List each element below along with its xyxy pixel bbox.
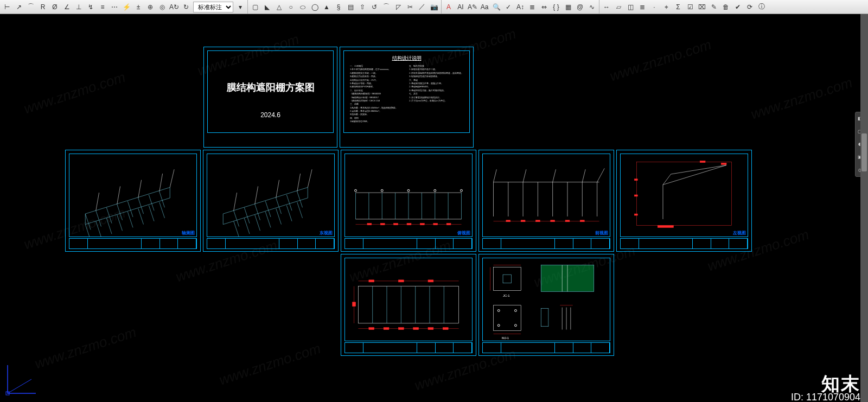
dim-style-manager-button[interactable]: ▾	[235, 2, 246, 12]
drawing-canvas[interactable]: www.znzmo.com www.znzmo.com www.znzmo.co…	[0, 14, 868, 402]
jogged-dim-button[interactable]: ↯	[85, 2, 96, 12]
linear-dim-button[interactable]: ⊢	[2, 2, 12, 12]
svg-rect-112	[443, 328, 448, 330]
justify-text-button[interactable]: ≣	[527, 2, 538, 12]
box-button[interactable]: ▢	[250, 2, 260, 12]
svg-rect-93	[634, 214, 637, 215]
dim-update-button[interactable]: ↻	[181, 2, 192, 12]
helix-button[interactable]: §	[333, 2, 344, 12]
svg-rect-88	[580, 220, 584, 222]
scale-text-button[interactable]: A↕	[515, 2, 526, 12]
sphere-button[interactable]: ○	[285, 2, 296, 12]
svg-line-31	[265, 201, 271, 217]
qselect-button[interactable]: ☑	[685, 2, 695, 12]
text-angle-button[interactable]: A↻	[169, 2, 180, 12]
svg-line-30	[255, 215, 260, 231]
wedge-button[interactable]: ◣	[261, 2, 272, 12]
svg-rect-62	[380, 224, 385, 225]
cone-button[interactable]: △	[273, 2, 284, 12]
svg-rect-114	[369, 280, 374, 282]
svg-line-7	[106, 218, 112, 234]
edit-text-button[interactable]: A✎	[467, 2, 478, 12]
tolerance-button[interactable]: ±	[133, 2, 144, 12]
sheet-top: 俯视图	[341, 150, 476, 252]
watermark: www.znzmo.com	[174, 237, 279, 286]
slice-button[interactable]: ／	[417, 2, 427, 12]
polysolid-button[interactable]: ▤	[345, 2, 356, 12]
id-point-button[interactable]: ·	[649, 2, 660, 12]
svg-line-34	[276, 208, 282, 224]
dist-button[interactable]: ↔	[601, 2, 612, 12]
center-mark-button[interactable]: ⊕	[145, 2, 156, 12]
toolbar-group-inquiry: ↔ ▱ ◫ ≣ · ⌖ Σ ☑ ⌧ ✎ 🗑 ✔ ⟳ ⓘ	[599, 0, 769, 14]
spline-button[interactable]: ∿	[586, 2, 597, 12]
svg-line-13	[138, 208, 144, 224]
angular-dim-button[interactable]: ∠	[61, 2, 72, 12]
attribute-button[interactable]: @	[575, 2, 585, 12]
svg-rect-132	[541, 309, 548, 327]
text-style-button[interactable]: Aa	[479, 2, 490, 12]
ordinate-dim-button[interactable]: ⊥	[73, 2, 84, 12]
svg-line-33	[276, 198, 282, 214]
align-text-button[interactable]: ⇔	[539, 2, 550, 12]
svg-rect-66	[433, 224, 438, 225]
svg-text:JC-1: JC-1	[503, 294, 509, 297]
spell-button[interactable]: ✓	[503, 2, 514, 12]
vertical-scrollbar[interactable]	[860, 14, 868, 402]
diameter-dim-button[interactable]: Ø	[49, 2, 60, 12]
svg-rect-96	[658, 226, 673, 228]
section-button[interactable]: ✂	[405, 2, 416, 12]
area-button[interactable]: ▱	[613, 2, 624, 12]
mtext-button[interactable]: A	[443, 2, 454, 12]
match-prop-button[interactable]: ✎	[709, 2, 719, 12]
torus-button[interactable]: ◯	[309, 2, 320, 12]
radius-dim-button[interactable]: R	[37, 2, 48, 12]
svg-line-17	[159, 202, 165, 218]
field-button[interactable]: { }	[551, 2, 561, 12]
svg-rect-109	[398, 328, 404, 330]
svg-line-25	[234, 210, 239, 226]
quick-calc-button[interactable]: ⌧	[697, 2, 707, 12]
dim-style-dropdown[interactable]: 标准标注	[193, 2, 233, 12]
continue-dim-button[interactable]: ⋯	[109, 2, 120, 12]
purge-button[interactable]: 🗑	[720, 2, 731, 12]
pyramid-button[interactable]: ▲	[321, 2, 332, 12]
quick-dim-button[interactable]: ⚡	[121, 2, 132, 12]
camera-button[interactable]: 📷	[429, 2, 439, 12]
svg-rect-95	[721, 163, 726, 165]
svg-line-38	[297, 202, 303, 218]
cylinder-button[interactable]: ⬭	[297, 2, 308, 12]
table-button[interactable]: ▦	[563, 2, 573, 12]
arc-dim-button[interactable]: ⌒	[25, 2, 36, 12]
baseline-dim-button[interactable]: ≡	[97, 2, 108, 12]
svg-line-9	[117, 215, 123, 231]
svg-rect-85	[536, 220, 540, 222]
ucs-icon	[3, 361, 41, 399]
locate-button[interactable]: ⌖	[661, 2, 672, 12]
sheet-label: 俯视图	[457, 230, 470, 236]
mass-prop-button[interactable]: Σ	[673, 2, 684, 12]
aligned-dim-button[interactable]: ↗	[14, 2, 24, 12]
svg-rect-67	[446, 224, 451, 225]
fillet-edge-button[interactable]: ⌒	[381, 2, 392, 12]
sheet-axon-1: 轴测图	[65, 150, 201, 252]
revolve-button[interactable]: ↺	[369, 2, 380, 12]
region-button[interactable]: ◫	[625, 2, 636, 12]
chamfer-edge-button[interactable]: ◸	[393, 2, 404, 12]
scrollbar-thumb[interactable]	[861, 133, 867, 171]
extrude-button[interactable]: ⇧	[357, 2, 368, 12]
dtext-button[interactable]: AI	[455, 2, 466, 12]
svg-point-58	[434, 189, 436, 192]
svg-rect-64	[407, 224, 411, 225]
watermark: www.znzmo.com	[412, 346, 518, 394]
recover-button[interactable]: ⟳	[744, 2, 755, 12]
status-button[interactable]: ⓘ	[756, 2, 767, 12]
svg-line-16	[159, 192, 165, 207]
svg-line-41	[276, 180, 279, 198]
svg-point-126	[497, 310, 500, 312]
inspect-dim-button[interactable]: ◎	[157, 2, 168, 12]
find-button[interactable]: 🔍	[491, 2, 502, 12]
list-button[interactable]: ≣	[637, 2, 648, 12]
svg-line-18	[96, 193, 99, 210]
audit-button[interactable]: ✔	[732, 2, 743, 12]
